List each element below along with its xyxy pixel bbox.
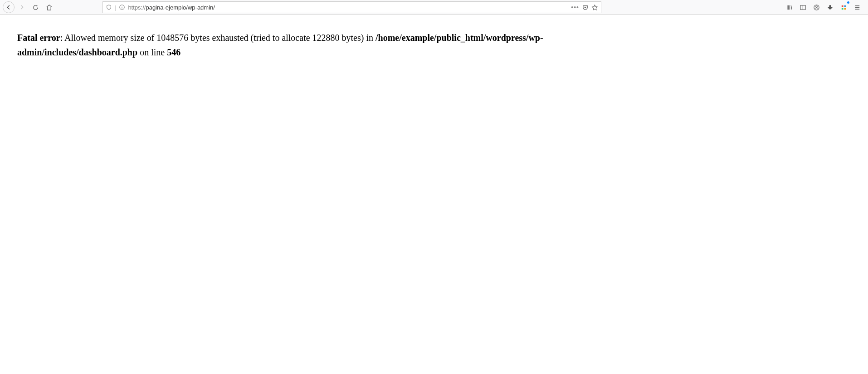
notification-dot [847, 1, 849, 4]
svg-point-4 [815, 5, 817, 7]
menu-button[interactable] [852, 2, 863, 13]
home-button[interactable] [43, 1, 55, 14]
page-content: Fatal error: Allowed memory size of 1048… [0, 15, 580, 75]
url-bar-actions: ••• [571, 4, 598, 11]
sidebar-icon[interactable] [797, 2, 808, 13]
url-bar[interactable]: | https://pagina-ejemplo/wp-admin/ ••• [102, 1, 601, 13]
url-protocol: https:// [128, 4, 146, 11]
svg-rect-6 [844, 5, 846, 7]
extension-icon-2[interactable] [838, 2, 849, 13]
svg-rect-5 [841, 5, 843, 7]
more-icon[interactable]: ••• [571, 4, 579, 11]
error-on-line: on line [137, 47, 167, 57]
svg-rect-2 [800, 5, 805, 9]
error-label: Fatal error [17, 33, 60, 43]
error-message: Fatal error: Allowed memory size of 1048… [17, 30, 563, 59]
library-icon[interactable] [784, 2, 795, 13]
error-line-number: 546 [167, 47, 180, 57]
shield-icon [106, 4, 112, 10]
svg-rect-7 [841, 8, 843, 10]
vertical-divider: | [115, 4, 116, 11]
url-domain: pagina-ejemplo [146, 4, 186, 11]
back-button[interactable] [3, 1, 15, 13]
reload-button[interactable] [29, 1, 42, 14]
pocket-icon[interactable] [582, 4, 589, 11]
error-text: : Allowed memory size of 1048576 bytes e… [60, 33, 375, 43]
info-icon[interactable] [119, 4, 125, 10]
svg-rect-8 [844, 8, 846, 10]
extension-icon-1[interactable] [824, 2, 835, 13]
toolbar-right-actions [784, 2, 865, 13]
browser-toolbar: | https://pagina-ejemplo/wp-admin/ ••• [0, 0, 868, 15]
url-path: /wp-admin/ [186, 4, 215, 11]
nav-buttons [3, 1, 55, 14]
url-text: https://pagina-ejemplo/wp-admin/ [128, 4, 568, 11]
svg-point-1 [122, 6, 122, 6]
forward-button[interactable] [15, 1, 28, 14]
account-icon[interactable] [811, 2, 822, 13]
bookmark-star-icon[interactable] [591, 4, 598, 11]
